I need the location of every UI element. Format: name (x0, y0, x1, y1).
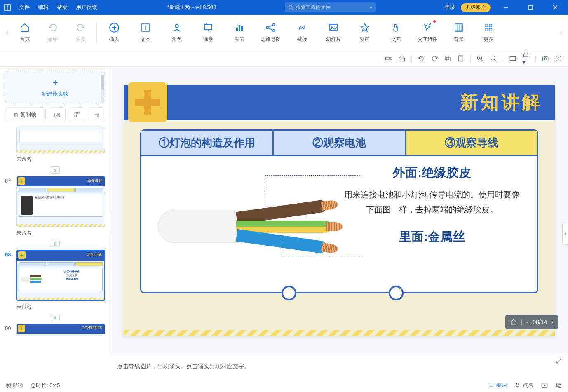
role-button[interactable]: 角色 (162, 19, 192, 45)
fit-icon[interactable] (509, 55, 516, 62)
chart-button[interactable]: 图表 (225, 19, 254, 45)
wire-image[interactable] (154, 164, 335, 280)
qr-button[interactable] (69, 107, 85, 122)
slide-header: 新知讲解 (124, 85, 555, 120)
svg-point-51 (544, 57, 547, 60)
menu-edit[interactable]: 编辑 (34, 4, 53, 11)
indicator-next-icon[interactable]: › (551, 319, 553, 325)
text-button[interactable]: T文本 (131, 19, 160, 45)
frame-separator[interactable]: ⧖ (5, 314, 105, 321)
text-side: 外面:绝缘胶皮 用来连接电池和小灯泡,传导电流的。使用时要像下面图一样，去掉两端… (339, 164, 525, 284)
insert-button[interactable]: 插入 (99, 19, 129, 45)
frame-separator[interactable]: ⧖ (5, 240, 105, 247)
svg-line-24 (269, 28, 272, 30)
svg-point-56 (56, 114, 58, 116)
chevron-down-icon[interactable]: ▾ (370, 5, 372, 10)
upgrade-button[interactable]: 升级账户 (461, 3, 491, 12)
node-handle[interactable] (389, 286, 404, 300)
slide-thumbnail[interactable]: +CONTENTS (16, 324, 105, 336)
redo-button[interactable]: 恢复 (68, 19, 94, 45)
undo-button[interactable]: 撤销 (40, 19, 66, 45)
status-bar: 帧 8/14 总时长: 0:45 备注 点名 (0, 378, 568, 392)
rotate-left-icon[interactable] (418, 55, 425, 62)
content-box: ①灯泡的构造及作用 ②观察电池 ③观察导线 (140, 129, 538, 293)
scrollbar-thumb[interactable] (101, 75, 104, 90)
roll-call-button[interactable]: 点名 (514, 382, 533, 389)
slide-item[interactable]: 07 +新知讲解 电池观察内容说明文字区域 未命名 (5, 176, 105, 237)
svg-rect-31 (489, 28, 492, 31)
more-button[interactable]: 更多 (475, 19, 502, 45)
camera-icon[interactable] (542, 55, 549, 62)
collapse-right-handle[interactable]: ‹ (562, 223, 568, 245)
duration-label: 总时长: 0:45 (31, 382, 60, 389)
frame-counter: 帧 8/14 (6, 382, 23, 389)
background-button[interactable]: 背景 (444, 19, 474, 45)
canvas-area: 新知讲解 ①灯泡的构造及作用 ②观察电池 ③观察导线 (110, 67, 568, 378)
minimize-button[interactable] (496, 0, 515, 15)
svg-rect-14 (204, 24, 212, 30)
class-button[interactable]: 课堂 (193, 19, 223, 45)
copy-frame-button[interactable]: ⎘复制帧 (5, 107, 46, 122)
zoom-in-icon[interactable] (476, 55, 484, 62)
svg-point-22 (273, 30, 275, 32)
slide-item[interactable]: 09 +CONTENTS (5, 324, 105, 336)
ruler-icon[interactable] (385, 55, 392, 62)
animation-button[interactable]: 动画 (350, 19, 380, 45)
zoom-out-icon[interactable] (490, 55, 497, 62)
node-handle[interactable] (282, 286, 296, 300)
expand-icon[interactable] (556, 358, 562, 364)
notes-bar[interactable]: 点击导线图片，出现箭头。点击箭头出现对应文字。 (110, 354, 568, 378)
undo-icon (47, 22, 59, 33)
home-outline-icon[interactable] (398, 55, 406, 62)
remark-button[interactable]: 备注 (488, 382, 507, 389)
menu-help[interactable]: 帮助 (53, 4, 72, 11)
svg-rect-37 (445, 56, 449, 60)
lock-icon[interactable]: ▾ (522, 51, 530, 66)
menu-file[interactable]: 文件 (15, 4, 34, 11)
tab-wire[interactable]: ③观察导线 (406, 131, 537, 156)
home-icon (19, 22, 31, 33)
toolbar-prev[interactable]: ‹ (2, 15, 12, 50)
login-link[interactable]: 登录 (444, 4, 455, 11)
link-button[interactable]: 链接 (287, 19, 317, 45)
search-box[interactable]: 搜索工程内文件 ▾ (285, 2, 376, 12)
slide-thumbnail[interactable]: +新知讲解 电池观察内容说明文字区域 (16, 176, 105, 227)
new-frame-button[interactable]: ＋ 新建镜头帧 (5, 71, 105, 103)
interaction-button[interactable]: 交互 (381, 19, 411, 45)
slide-canvas[interactable]: 新知讲解 ①灯泡的构造及作用 ②观察电池 ③观察导线 (124, 85, 555, 336)
slide-thumbnail[interactable] (16, 127, 105, 153)
paste-icon[interactable] (457, 55, 465, 62)
frame-separator[interactable]: ⧖ (5, 166, 105, 174)
interaction-widget-button[interactable]: 交互组件 (413, 19, 442, 45)
arrow-button[interactable] (89, 107, 105, 122)
slide-item[interactable]: 未命名 (5, 127, 105, 163)
question-icon[interactable]: ? (555, 55, 562, 62)
indicator-home-icon[interactable] (510, 319, 517, 325)
tab-battery[interactable]: ②观察电池 (274, 131, 406, 156)
svg-line-46 (494, 59, 496, 61)
slide-panel: ＋ 新建镜头帧 ⎘复制帧 (0, 67, 110, 378)
home-button[interactable]: 首页 (12, 19, 38, 45)
slide-item-selected[interactable]: 08 +新知讲解 外面:绝缘胶皮说明文字里面:金属丝 未命名 (5, 250, 105, 310)
indicator-prev-icon[interactable]: ‹ (527, 319, 529, 325)
menu-feedback[interactable]: 用户反馈 (72, 4, 101, 11)
title-bar: 文件 编辑 帮助 用户反馈 *新建工程 - v4.8.500 搜索工程内文件 ▾… (0, 0, 568, 15)
slide-thumbnail[interactable]: +新知讲解 外面:绝缘胶皮说明文字里面:金属丝 (16, 250, 105, 301)
play-button[interactable] (541, 382, 548, 389)
export-button[interactable] (556, 382, 562, 389)
maximize-button[interactable] (521, 0, 540, 15)
slide-title: 新知讲解 (460, 90, 542, 115)
copy-icon[interactable] (444, 55, 451, 62)
slideshow-button[interactable]: 幻灯片 (319, 19, 348, 45)
mindmap-button[interactable]: 思维导图 (256, 19, 286, 45)
tab-bulb[interactable]: ①灯泡的构造及作用 (141, 131, 274, 156)
rotate-right-icon[interactable] (431, 55, 438, 62)
svg-rect-32 (386, 57, 392, 60)
camera-small-button[interactable] (49, 107, 66, 122)
svg-rect-57 (75, 112, 77, 114)
svg-rect-63 (558, 384, 561, 387)
toolbar-next[interactable]: › (556, 15, 566, 50)
tabs: ①灯泡的构造及作用 ②观察电池 ③观察导线 (141, 131, 537, 156)
plus-circle-icon (108, 22, 120, 33)
close-button[interactable] (546, 0, 565, 15)
